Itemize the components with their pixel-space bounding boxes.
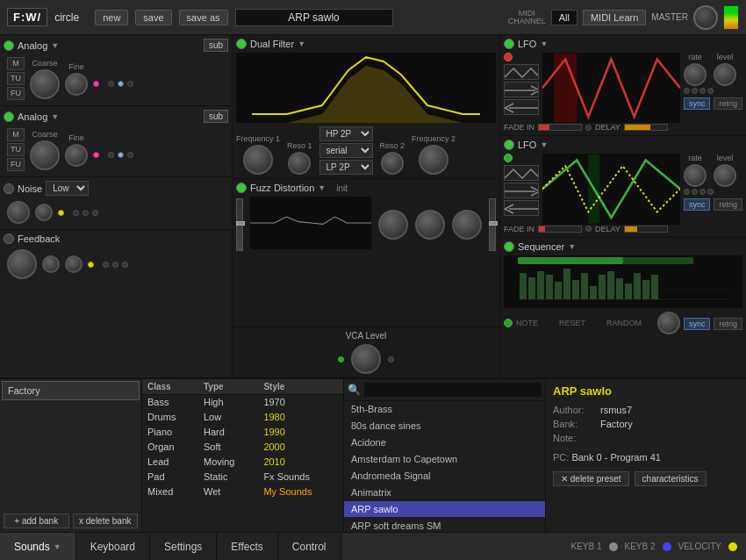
dist-dropdown-arrow[interactable]: ▼ bbox=[318, 183, 326, 192]
lfo1-power-btn[interactable] bbox=[504, 39, 514, 49]
delete-preset-button[interactable]: ✕ delete preset bbox=[553, 471, 629, 486]
list-item[interactable]: Animatrix bbox=[344, 485, 545, 501]
lfo1-retrig-btn[interactable]: retrig bbox=[714, 97, 742, 110]
bank-factory[interactable]: Factory bbox=[2, 381, 140, 400]
filter-type2-select[interactable]: serialparallel bbox=[319, 143, 373, 158]
feedback-dot2[interactable] bbox=[112, 262, 118, 268]
feedback-knob3[interactable] bbox=[65, 255, 82, 273]
feedback-power-btn[interactable] bbox=[4, 233, 14, 244]
synth2-coarse-knob[interactable] bbox=[30, 140, 60, 170]
seq-active-dot[interactable] bbox=[504, 319, 513, 327]
list-item[interactable]: ARP sawlo bbox=[344, 501, 545, 518]
save-button[interactable]: save bbox=[135, 10, 171, 25]
new-button[interactable]: new bbox=[95, 10, 128, 25]
synth1-dot1[interactable] bbox=[108, 81, 114, 87]
table-row[interactable]: OrganSoft2000 bbox=[142, 440, 343, 455]
lfo1-fade-dot[interactable] bbox=[585, 125, 592, 131]
table-row[interactable]: MixedWetMy Sounds bbox=[142, 485, 343, 499]
seq-dropdown-arrow[interactable]: ▼ bbox=[568, 242, 576, 251]
seq-sync-btn[interactable]: sync bbox=[684, 318, 711, 330]
feedback-knob1[interactable] bbox=[7, 249, 37, 279]
nav-effects-btn[interactable]: Effects bbox=[217, 533, 277, 560]
feedback-knob2[interactable] bbox=[42, 255, 60, 273]
seq-power-btn[interactable] bbox=[504, 241, 514, 252]
delete-bank-button[interactable]: x delete bank bbox=[73, 513, 139, 528]
search-input[interactable] bbox=[364, 383, 542, 397]
lfo1-rate-knob[interactable] bbox=[684, 63, 707, 86]
dist-slider-left[interactable] bbox=[236, 198, 243, 251]
lfo2-retrig-btn[interactable]: retrig bbox=[714, 198, 742, 211]
lfo2-dropdown-arrow[interactable]: ▼ bbox=[540, 140, 548, 149]
dist-knob3[interactable] bbox=[452, 210, 482, 240]
lfo2-fade-dot[interactable] bbox=[585, 226, 592, 232]
lfo2-dot3[interactable] bbox=[699, 189, 706, 195]
noise-dot2[interactable] bbox=[82, 210, 89, 216]
synth2-power-btn[interactable] bbox=[4, 111, 14, 122]
master-knob[interactable] bbox=[693, 5, 718, 30]
table-row[interactable]: DrumsLow1980 bbox=[142, 410, 343, 425]
noise-knob1[interactable] bbox=[7, 201, 30, 224]
feedback-dot3[interactable] bbox=[122, 262, 128, 268]
lfo1-fade-bar[interactable] bbox=[538, 124, 582, 131]
synth2-dot2[interactable] bbox=[118, 152, 124, 158]
lfo2-dot4[interactable] bbox=[707, 189, 714, 195]
lfo2-shape-up[interactable] bbox=[504, 165, 539, 181]
synth1-dot3[interactable] bbox=[127, 81, 133, 87]
lfo2-shape-arrow2[interactable] bbox=[504, 200, 539, 216]
list-item[interactable]: Acidone bbox=[344, 434, 545, 451]
lfo2-shape-arrow[interactable] bbox=[504, 183, 539, 198]
noise-dot3[interactable] bbox=[92, 210, 98, 216]
seq-retrig-btn[interactable]: retrig bbox=[714, 318, 742, 330]
synth1-coarse-knob[interactable] bbox=[30, 69, 60, 99]
save-as-button[interactable]: save as bbox=[179, 10, 228, 25]
preset-name[interactable]: ARP sawlo bbox=[235, 9, 393, 26]
filter-type1-select[interactable]: HP 2PLP 2P bbox=[319, 126, 373, 141]
vca-knob[interactable] bbox=[351, 344, 381, 374]
lfo1-shape-arrow[interactable] bbox=[504, 82, 539, 97]
synth1-dropdown-arrow[interactable]: ▼ bbox=[51, 41, 59, 50]
midi-channel-value[interactable]: All bbox=[551, 10, 577, 25]
reso2-knob[interactable] bbox=[381, 152, 404, 175]
filter-dropdown-arrow[interactable]: ▼ bbox=[298, 39, 305, 48]
noise-dot1[interactable] bbox=[73, 210, 79, 216]
synth2-fine-knob[interactable] bbox=[65, 144, 88, 167]
synth1-sub-btn[interactable]: sub bbox=[204, 39, 228, 52]
dist-power-btn[interactable] bbox=[236, 183, 247, 193]
synth1-power-btn[interactable] bbox=[4, 40, 14, 51]
list-item[interactable]: 80s dance sines bbox=[344, 418, 545, 434]
nav-keyboard-btn[interactable]: Keyboard bbox=[76, 533, 150, 560]
reso1-knob[interactable] bbox=[288, 152, 311, 175]
list-item[interactable]: Andromeda Signal bbox=[344, 468, 545, 485]
synth2-wave-tu[interactable]: TU bbox=[7, 143, 25, 156]
synth2-dropdown-arrow[interactable]: ▼ bbox=[51, 112, 59, 121]
lfo2-dot1[interactable] bbox=[684, 189, 690, 195]
synth2-wave-fu[interactable]: FU bbox=[7, 158, 25, 171]
characteristics-button[interactable]: characteristics bbox=[635, 471, 707, 486]
synth2-sub-btn[interactable]: sub bbox=[204, 110, 228, 123]
filter-type3-select[interactable]: LP 2PHP 2P bbox=[319, 160, 373, 175]
synth2-wave-m[interactable]: M bbox=[7, 128, 25, 141]
freq1-knob[interactable] bbox=[243, 145, 273, 175]
dist-knob2[interactable] bbox=[415, 210, 445, 240]
table-row[interactable]: PianoHard1990 bbox=[142, 425, 343, 440]
lfo1-delay-bar[interactable] bbox=[624, 124, 668, 131]
dist-knob1[interactable] bbox=[378, 210, 408, 240]
lfo2-level-knob[interactable] bbox=[714, 164, 736, 187]
lfo1-dot4[interactable] bbox=[707, 88, 714, 94]
lfo2-trigger-dot[interactable] bbox=[504, 154, 513, 162]
freq2-knob[interactable] bbox=[419, 145, 448, 175]
synth1-dot2[interactable] bbox=[118, 81, 124, 87]
table-row[interactable]: PadStaticFx Sounds bbox=[142, 470, 343, 485]
list-item[interactable]: Amsterdam to Capetown bbox=[344, 451, 545, 468]
list-item[interactable]: ARP soft dreams SM bbox=[344, 518, 545, 532]
nav-control-btn[interactable]: Control bbox=[278, 533, 341, 560]
synth2-dot3[interactable] bbox=[127, 152, 133, 158]
lfo1-dot3[interactable] bbox=[699, 88, 706, 94]
lfo1-level-knob[interactable] bbox=[714, 63, 736, 86]
synth2-dot1[interactable] bbox=[108, 152, 114, 158]
synth1-wave-tu[interactable]: TU bbox=[7, 72, 25, 85]
lfo1-trigger-dot[interactable] bbox=[504, 53, 513, 61]
dist-slider-right[interactable] bbox=[489, 198, 496, 251]
lfo1-dropdown-arrow[interactable]: ▼ bbox=[540, 39, 548, 48]
lfo2-delay-bar[interactable] bbox=[624, 226, 668, 233]
